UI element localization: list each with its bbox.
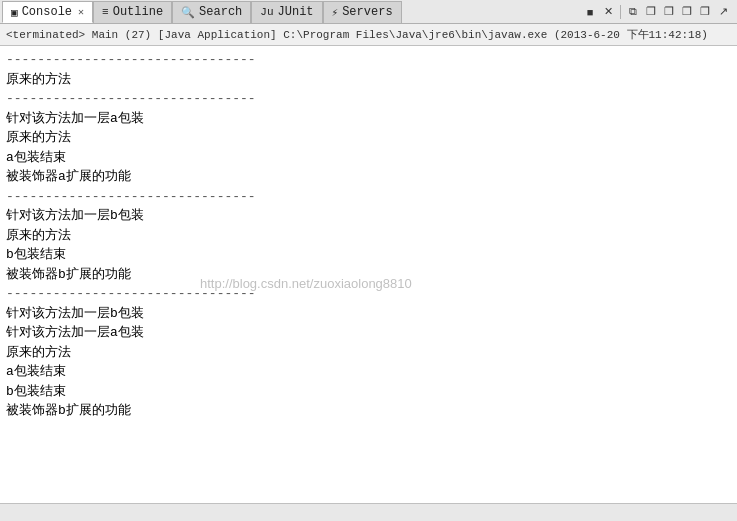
- console-line-13: 被装饰器b扩展的功能: [6, 265, 731, 285]
- console-line-20: b包装结束: [6, 382, 731, 402]
- tab-servers[interactable]: ⚡Servers: [323, 1, 402, 23]
- console-icon: ▣: [11, 6, 18, 19]
- junit-icon: Ju: [260, 6, 273, 18]
- toolbar-separator-2: [620, 5, 621, 19]
- console-line-16: 针对该方法加一层b包装: [6, 304, 731, 324]
- console-line-6: a包装结束: [6, 148, 731, 168]
- console-line-11: 原来的方法: [6, 226, 731, 246]
- console-line-19: a包装结束: [6, 362, 731, 382]
- outline-icon: ≡: [102, 6, 109, 18]
- junit-label: JUnit: [278, 5, 314, 19]
- external-btn[interactable]: ↗: [715, 4, 731, 20]
- search-label: Search: [199, 5, 242, 19]
- tab-console[interactable]: ▣Console✕: [2, 1, 93, 23]
- console-close-icon[interactable]: ✕: [78, 6, 84, 18]
- tab-bar: ▣Console✕≡Outline🔍SearchJuJUnit⚡Servers …: [0, 0, 737, 24]
- maximize-btn[interactable]: ❐: [697, 4, 713, 20]
- servers-icon: ⚡: [332, 6, 339, 19]
- console-line-5: 原来的方法: [6, 128, 731, 148]
- status-text: <terminated> Main (27) [Java Application…: [6, 27, 708, 42]
- search-icon: 🔍: [181, 6, 195, 19]
- console-line-9: --------------------------------: [6, 187, 731, 207]
- servers-label: Servers: [342, 5, 392, 19]
- console-line-18: 原来的方法: [6, 343, 731, 363]
- tab-outline[interactable]: ≡Outline: [93, 1, 172, 23]
- copy-btn[interactable]: ⧉: [625, 4, 641, 20]
- console-line-1: 原来的方法: [6, 70, 731, 90]
- console-line-7: 被装饰器a扩展的功能: [6, 167, 731, 187]
- console-output: http://blog.csdn.net/zuoxiaolong8810 ---…: [0, 46, 737, 503]
- tab-search[interactable]: 🔍Search: [172, 1, 251, 23]
- outline-label: Outline: [113, 5, 163, 19]
- console-label: Console: [22, 5, 72, 19]
- pin-btn[interactable]: ❐: [661, 4, 677, 20]
- console-line-21: 被装饰器b扩展的功能: [6, 401, 731, 421]
- console-line-17: 针对该方法加一层a包装: [6, 323, 731, 343]
- console-line-10: 针对该方法加一层b包装: [6, 206, 731, 226]
- stop-btn[interactable]: ■: [582, 4, 598, 20]
- console-line-12: b包装结束: [6, 245, 731, 265]
- status-bar: <terminated> Main (27) [Java Application…: [0, 24, 737, 46]
- console-line-0: --------------------------------: [6, 50, 731, 70]
- console-line-15: --------------------------------: [6, 284, 731, 304]
- tab-junit[interactable]: JuJUnit: [251, 1, 322, 23]
- bottom-bar: [0, 503, 737, 521]
- toolbar-right: ■✕⧉❐❐❐❐↗: [582, 4, 735, 20]
- console-line-4: 针对该方法加一层a包装: [6, 109, 731, 129]
- terminate-btn[interactable]: ✕: [600, 4, 616, 20]
- console-line-3: --------------------------------: [6, 89, 731, 109]
- minimize-btn[interactable]: ❐: [679, 4, 695, 20]
- scroll-lock-btn[interactable]: ❐: [643, 4, 659, 20]
